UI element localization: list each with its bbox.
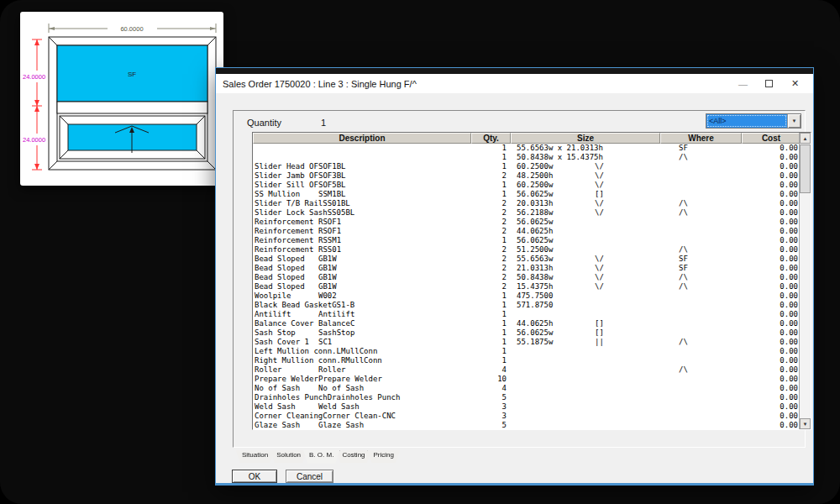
cell-cc: SS01BL	[323, 199, 350, 208]
table-row[interactable]: RollerRoller4/\0.00	[253, 365, 801, 375]
table-row[interactable]: Slider Sill OFSOF5BL160.2500w\/0.00	[253, 181, 801, 190]
table-row[interactable]: 155.6563w x 21.0313hSF0.00	[253, 144, 801, 153]
cell-cc: RSOF1	[318, 218, 341, 227]
cell-cc: W002	[318, 291, 337, 301]
table-row[interactable]: Glaze SashGlaze Sash50.00	[253, 421, 801, 430]
table-row[interactable]: Slider T/B RailSS01BL220.0313h\//\0.00	[253, 199, 801, 208]
table-row[interactable]: Slider Jamb OFSOF3BL248.2500h\/0.00	[253, 171, 801, 181]
cell-cw: /\	[679, 365, 688, 375]
table-row[interactable]: Corner CleaningCorner Clean-CNC30.00	[253, 412, 801, 421]
cell-cs: 56.0625w	[517, 190, 553, 199]
scroll-down-button[interactable]: ▼	[800, 418, 811, 429]
scroll-up-button[interactable]: ▲	[800, 133, 811, 144]
column-header-cost[interactable]: Cost	[742, 133, 801, 144]
cell-cn: Balance Cover	[253, 319, 318, 328]
table-row[interactable]: Sash Cover 1SC1155.1875w||/\0.00	[253, 338, 801, 347]
cell-cc: SOF1BL	[318, 162, 346, 171]
table-row[interactable]: Balance CoverBalanceC144.0625h[]0.00	[253, 319, 801, 328]
cell-cc: SashStop	[318, 328, 354, 338]
table-row[interactable]: ReinforcementRSS01251.2500w/\0.00	[253, 245, 801, 255]
cell-cc: Antilift	[318, 310, 354, 319]
cell-cq: 2	[467, 199, 507, 208]
minimize-button[interactable]: —	[730, 74, 756, 93]
cell-cn: Slider Head OF	[253, 162, 318, 171]
cell-cm: \/	[595, 199, 604, 208]
cancel-button[interactable]: Cancel	[286, 470, 333, 483]
cell-cq: 2	[467, 273, 507, 282]
tab-solution[interactable]: Solution	[270, 450, 307, 463]
combobox-dropdown-button[interactable]: ▼	[787, 114, 801, 128]
filter-combobox[interactable]: <All> ▼	[706, 113, 801, 129]
tab-bom[interactable]: B. O. M.	[303, 450, 339, 464]
table-row[interactable]: Bead SlopedGB1W215.4375h\//\0.00	[253, 282, 801, 291]
cell-cco: 0.00	[738, 181, 798, 190]
column-header-where[interactable]: Where	[660, 133, 742, 144]
column-header-description[interactable]: Description	[253, 133, 471, 144]
table-row[interactable]: Black Bead GasketGS1-B1571.87500.00	[253, 301, 801, 310]
column-header-qty[interactable]: Qty.	[471, 133, 511, 144]
cell-cco: 0.00	[738, 227, 798, 236]
table-row[interactable]: Bead SlopedGB1W221.0313h\/SF0.00	[253, 264, 801, 273]
cell-cq: 1	[467, 347, 507, 356]
bottom-tab-strip: Situation Solution B. O. M. Costing Pric…	[236, 450, 396, 464]
cell-cm: \/	[595, 264, 604, 273]
close-button[interactable]: ✕	[782, 74, 808, 93]
cell-cq: 1	[467, 236, 507, 245]
vertical-scrollbar[interactable]: ▲ ▼	[799, 133, 811, 429]
table-row[interactable]: SS MullionSSM1BL156.0625w[]0.00	[253, 190, 801, 199]
table-row[interactable]: 150.8438w x 15.4375h/\0.00	[253, 153, 801, 162]
table-row[interactable]: Right Mullion conn.RMullConn10.00	[253, 356, 801, 365]
table-row[interactable]: Drainholes PunchDrainholes Punch50.00	[253, 393, 801, 402]
cell-cco: 0.00	[738, 144, 798, 153]
cell-cco: 0.00	[738, 310, 798, 319]
cell-cn: Reinforcement	[253, 218, 318, 227]
cell-cc: Glaze Sash	[318, 421, 364, 430]
cell-cq: 1	[467, 144, 507, 153]
cell-cc: RSSM1	[318, 236, 341, 245]
table-row[interactable]: Slider Lock SashSS05BL256.2188w\//\0.00	[253, 208, 801, 218]
table-row[interactable]: AntiliftAntilift10.00	[253, 310, 801, 319]
table-row[interactable]: No of SashNo of Sash40.00	[253, 384, 801, 393]
cell-cco: 0.00	[738, 319, 798, 328]
chevron-down-icon: ▼	[792, 118, 797, 123]
table-row[interactable]: Bead SlopedGB1W255.6563w\/SF0.00	[253, 255, 801, 264]
cell-cm: \/	[595, 162, 604, 171]
cell-cs: 21.0313h	[517, 264, 553, 273]
tab-costing[interactable]: Costing	[336, 450, 370, 463]
tab-situation[interactable]: Situation	[236, 450, 274, 463]
ok-button[interactable]: OK	[232, 470, 277, 483]
table-row[interactable]: Slider Head OFSOF1BL160.2500w\/0.00	[253, 162, 801, 171]
cell-cm: []	[595, 328, 604, 338]
maximize-button[interactable]	[756, 74, 782, 93]
table-row[interactable]: Weld SashWeld Sash30.00	[253, 402, 801, 412]
cell-cco: 0.00	[738, 356, 798, 365]
table-row[interactable]: ReinforcementRSSM1156.0625w0.00	[253, 236, 801, 245]
table-row[interactable]: ReinforcementRSOF1244.0625h0.00	[253, 227, 801, 236]
table-row[interactable]: Left Mullion conn.LMullConn10.00	[253, 347, 801, 356]
cell-cn: Woolpile	[253, 291, 318, 301]
cell-cc: SOF5BL	[318, 181, 346, 190]
cell-cco: 0.00	[738, 338, 798, 347]
table-row[interactable]: Sash StopSashStop156.0625w[]0.00	[253, 328, 801, 338]
cell-cn: SS Mullion	[253, 190, 318, 199]
cell-cco: 0.00	[738, 328, 798, 338]
cell-cq: 4	[467, 384, 507, 393]
cell-cco: 0.00	[738, 347, 798, 356]
table-row[interactable]: WoolpileW0021475.75000.00	[253, 291, 801, 301]
dialog-titlebar[interactable]: Sales Order 1750020 : Line 3 : Single Hu…	[216, 74, 813, 93]
table-row[interactable]: Prepare WelderPrepare Welder100.00	[253, 375, 801, 384]
cell-cq: 1	[467, 291, 507, 301]
cell-cn: Bead Sloped	[253, 264, 318, 273]
column-header-size[interactable]: Size	[511, 133, 660, 144]
cell-cs: 56.0625w	[517, 328, 553, 338]
scrollbar-thumb[interactable]	[800, 144, 811, 193]
cell-cm: []	[595, 319, 604, 328]
table-row[interactable]: Bead SlopedGB1W250.8438w\//\0.00	[253, 273, 801, 282]
filter-combobox-value[interactable]: <All>	[706, 114, 787, 128]
cell-cw: SF	[679, 255, 688, 264]
table-rows: 155.6563w x 21.0313hSF0.00150.8438w x 15…	[253, 144, 801, 430]
cell-cq: 1	[467, 338, 507, 347]
table-row[interactable]: ReinforcementRSOF1256.0625w0.00	[253, 218, 801, 227]
tab-pricing[interactable]: Pricing	[368, 450, 400, 463]
cell-cq: 4	[467, 365, 507, 375]
